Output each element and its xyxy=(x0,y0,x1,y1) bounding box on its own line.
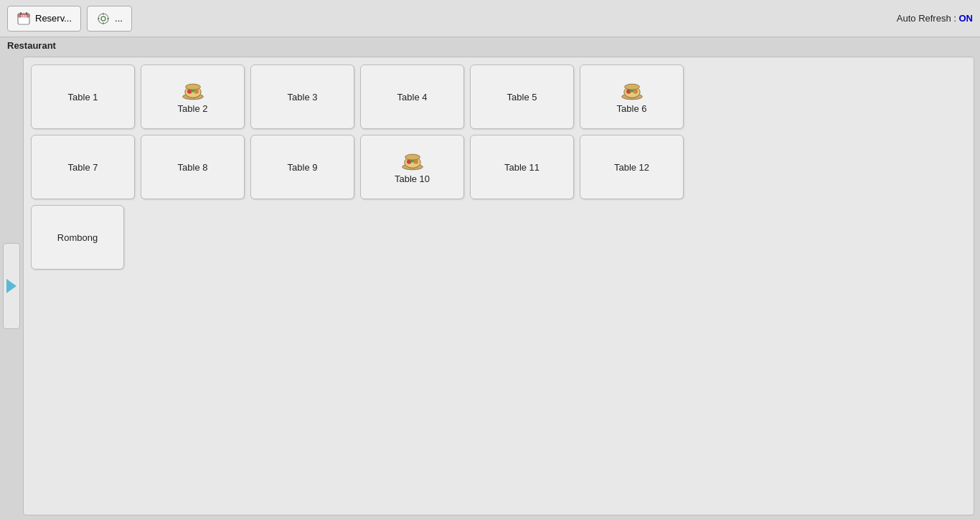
table-11-button[interactable]: Table 11 xyxy=(470,135,574,199)
table-3-button[interactable]: Table 3 xyxy=(250,65,354,129)
table-1-button[interactable]: Table 1 xyxy=(31,65,135,129)
table-9-label: Table 9 xyxy=(288,162,318,173)
table-1-label: Table 1 xyxy=(68,92,98,103)
section-label: Restaurant xyxy=(0,37,980,54)
auto-refresh-status: ON xyxy=(959,13,974,24)
svg-point-7 xyxy=(103,13,104,14)
arrow-right-icon xyxy=(6,279,17,293)
table-7-label: Table 7 xyxy=(68,162,98,173)
table-12-button[interactable]: Table 12 xyxy=(580,135,684,199)
svg-point-9 xyxy=(98,17,99,19)
table-4-button[interactable]: Table 4 xyxy=(360,65,464,129)
table-2-label: Table 2 xyxy=(178,103,208,114)
reservations-label: Reserv... xyxy=(35,13,72,24)
svg-point-24 xyxy=(624,84,639,90)
reservations-button[interactable]: 100 Reserv... xyxy=(7,6,81,32)
table-4-label: Table 4 xyxy=(397,92,428,103)
table-8-label: Table 8 xyxy=(178,162,208,173)
sidebar xyxy=(0,54,23,518)
rombong-label: Rombong xyxy=(57,232,98,243)
table-6-button[interactable]: Table 6 xyxy=(580,65,684,129)
toolbar: 100 Reserv... ... Auto Refresh : ON xyxy=(0,0,980,37)
table-row-1: Table 1 Table 2Table 3Table 4Table 5 Tab… xyxy=(31,65,966,129)
table-11-label: Table 11 xyxy=(504,162,540,173)
table-7-button[interactable]: Table 7 xyxy=(31,135,135,199)
auto-refresh-indicator: Auto Refresh : ON xyxy=(897,13,973,24)
calendar-icon: 100 xyxy=(17,11,31,26)
table-9-button[interactable]: Table 9 xyxy=(250,135,354,199)
table-2-button[interactable]: Table 2 xyxy=(141,65,245,129)
sidebar-expand-button[interactable] xyxy=(3,243,20,329)
table-6-label: Table 6 xyxy=(617,103,647,114)
svg-point-8 xyxy=(103,22,104,24)
table-8-button[interactable]: Table 8 xyxy=(141,135,245,199)
svg-text:100: 100 xyxy=(21,14,27,19)
svg-point-10 xyxy=(107,17,108,19)
table-10-button[interactable]: Table 10 xyxy=(360,135,464,199)
table-10-label: Table 10 xyxy=(395,173,430,184)
table-12-label: Table 12 xyxy=(614,162,649,173)
svg-point-5 xyxy=(98,14,108,24)
svg-point-17 xyxy=(185,84,200,90)
table-row-2: Table 7Table 8Table 9 Table 10Table 11Ta… xyxy=(31,135,966,199)
table-grid: Table 1 Table 2Table 3Table 4Table 5 Tab… xyxy=(23,57,974,515)
table-row-3: Rombong xyxy=(31,205,966,270)
main-area: Table 1 Table 2Table 3Table 4Table 5 Tab… xyxy=(0,54,980,518)
table-5-button[interactable]: Table 5 xyxy=(470,65,574,129)
table-3-label: Table 3 xyxy=(288,92,318,103)
svg-point-31 xyxy=(405,154,420,160)
gear-icon xyxy=(96,11,110,26)
rombong-button[interactable]: Rombong xyxy=(31,205,124,270)
settings-button[interactable]: ... xyxy=(87,6,132,32)
settings-label: ... xyxy=(115,13,123,24)
table-5-label: Table 5 xyxy=(507,92,537,103)
